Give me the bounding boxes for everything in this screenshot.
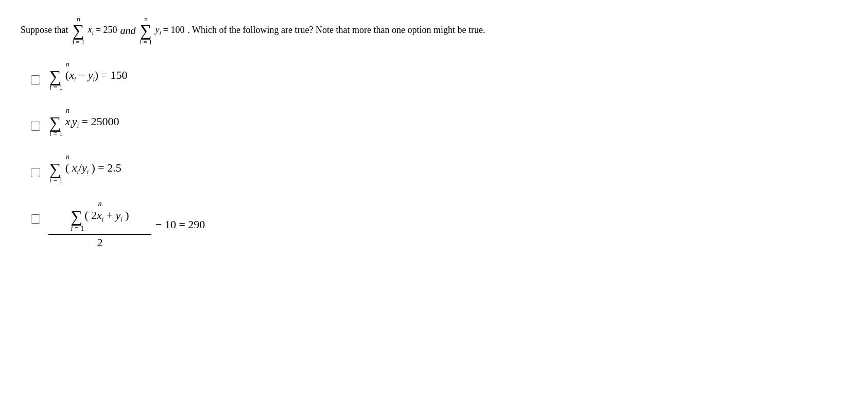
opt4-sigma-sym: ∑ — [71, 208, 82, 225]
opt2-sigma-row: ∑ xiyi = 25000 — [48, 114, 119, 131]
sum2-sigma: n ∑ i = 1 — [140, 15, 152, 45]
and-text: and — [120, 23, 135, 38]
option-row-2: n ∑ xiyi = 25000 i = 1 — [31, 107, 847, 138]
option-row-1: n ∑ (xi − yi) = 150 i = 1 — [31, 61, 847, 92]
option-1-math: n ∑ (xi − yi) = 150 i = 1 — [48, 61, 128, 92]
opt3-sigma-row: ∑ ( xi/yi ) = 2.5 — [48, 161, 121, 177]
option-3-math: n ∑ ( xi/yi ) = 2.5 i = 1 — [48, 154, 121, 184]
sum1-equals: = 250 — [96, 24, 117, 37]
sum1-expression: n ∑ i = 1 xi = 250 — [72, 15, 117, 45]
opt3-sigma: ∑ — [49, 161, 61, 177]
opt4-sigma-group: n ∑ ( 2xi + yi ) i = 1 — [71, 200, 129, 233]
opt3-bottom: i = 1 — [49, 176, 63, 184]
option-2-math: n ∑ xiyi = 25000 i = 1 — [48, 107, 119, 138]
opt4-bottom: i = 1 — [71, 225, 84, 233]
opt2-bottom: i = 1 — [49, 130, 63, 138]
opt4-fraction-row: n ∑ ( 2xi + yi ) i = 1 2 − 10 = 290 — [48, 200, 205, 249]
opt1-sigma-sym: ∑ — [49, 68, 61, 84]
sum1-bottom: i = 1 — [73, 39, 85, 45]
checkbox-3[interactable] — [31, 168, 40, 177]
opt4-fraction: n ∑ ( 2xi + yi ) i = 1 2 — [48, 200, 151, 249]
option-row-4: n ∑ ( 2xi + yi ) i = 1 2 − 10 = 290 — [31, 200, 847, 249]
option-row-3: n ∑ ( xi/yi ) = 2.5 i = 1 — [31, 154, 847, 184]
opt3-top: n — [66, 154, 70, 161]
sum1-sigma: n ∑ i = 1 — [73, 15, 85, 45]
question-suffix: . Which of the following are true? Note … — [187, 24, 485, 37]
opt3-expr: ( xi/yi ) = 2.5 — [65, 161, 121, 176]
opt4-result: − 10 = 290 — [155, 218, 205, 231]
opt1-expr: (xi − yi) = 150 — [65, 69, 128, 83]
opt4-numerator: n ∑ ( 2xi + yi ) i = 1 — [71, 200, 129, 234]
opt2-sigma-sym: ∑ — [49, 114, 61, 131]
opt1-sigma-row: ∑ (xi − yi) = 150 — [48, 68, 128, 84]
opt4-inner-expr: ( 2xi + yi ) — [84, 209, 129, 224]
opt2-sigma: ∑ — [49, 114, 61, 131]
checkbox-2[interactable] — [31, 122, 40, 131]
sum2-var: yi — [155, 23, 161, 37]
checkbox-4[interactable] — [31, 214, 40, 224]
opt4-denominator: 2 — [48, 235, 151, 249]
opt4-top: n — [98, 200, 101, 208]
checkbox-1[interactable] — [31, 75, 40, 84]
sum2-sigma-symbol: ∑ — [140, 22, 152, 39]
opt2-expr: xiyi = 25000 — [65, 115, 119, 130]
sum2-expression: n ∑ i = 1 yi = 100 — [138, 15, 184, 45]
question-prefix: Suppose that — [21, 24, 68, 37]
opt1-top: n — [66, 61, 70, 68]
opt1-bottom: i = 1 — [49, 83, 63, 92]
question-container: Suppose that n ∑ i = 1 xi = 250 and n ∑ … — [21, 15, 847, 45]
options-list: n ∑ (xi − yi) = 150 i = 1 n ∑ xiyi = 250… — [31, 61, 847, 249]
sum2-equals: = 100 — [163, 24, 185, 37]
opt3-sigma-sym: ∑ — [49, 161, 61, 177]
opt1-sigma: ∑ — [49, 68, 61, 84]
opt2-top: n — [66, 107, 70, 114]
option-4-math: n ∑ ( 2xi + yi ) i = 1 2 − 10 = 290 — [48, 200, 205, 249]
opt4-sigma-row: ∑ ( 2xi + yi ) — [71, 208, 129, 225]
sum1-var: xi — [88, 23, 93, 37]
sum2-bottom: i = 1 — [140, 39, 152, 45]
sum1-sigma-symbol: ∑ — [73, 22, 84, 39]
